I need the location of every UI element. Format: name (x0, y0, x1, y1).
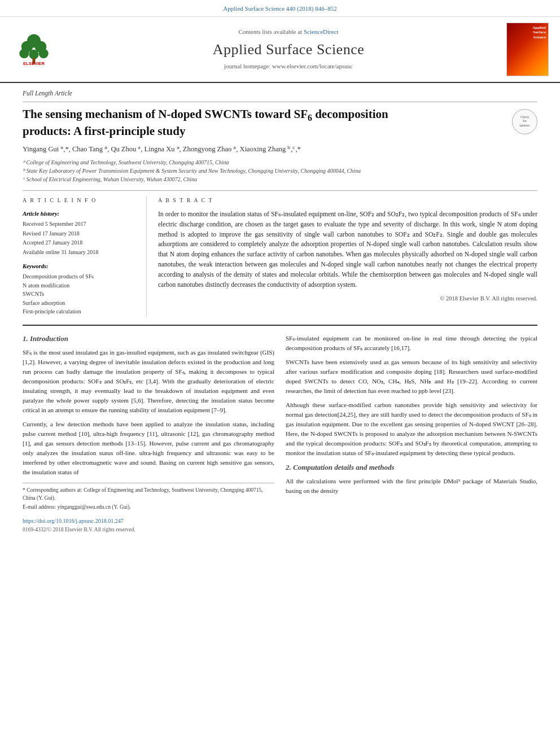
body-right-column: SF₆-insulated equipment can be monitored… (286, 334, 537, 534)
article-type-label: Full Length Article (23, 83, 537, 102)
footnote-section: * Corresponding authors at: College of E… (23, 483, 274, 534)
main-content: Full Length Article The sensing mechanis… (0, 83, 560, 545)
available-date: Available online 31 January 2018 (23, 248, 137, 257)
footnote-email: E-mail address: yinganggui@swu.edu.cn (Y… (23, 504, 274, 511)
doi-line: https://doi.org/10.1016/j.apsusc.2018.01… (23, 516, 274, 526)
article-info-heading: A R T I C L E I N F O (23, 196, 137, 205)
journal-cover-image: AppliedSurfaceScience (506, 23, 549, 76)
abstract-column: A B S T R A C T In order to monitor the … (158, 196, 537, 316)
section2-title: 2. Computation details and methods (286, 462, 537, 473)
keyword-5: First-principle calculation (23, 308, 137, 316)
affiliation-b: ᵇ State Key Laboratory of Power Transmis… (23, 167, 537, 175)
section1-para2: Currently, a few detection methods have … (23, 420, 274, 477)
cover-label: AppliedSurfaceScience (532, 25, 546, 40)
section1-para1: SF₆ is the most used insulated gas in ga… (23, 348, 274, 415)
keyword-3: SWCNTs (23, 290, 137, 299)
top-bar: Applied Surface Science 440 (2018) 846–8… (0, 0, 560, 17)
check-for-updates-badge: Check for updates (512, 109, 537, 134)
affiliations: ᵃ College of Engineering and Technology,… (23, 158, 537, 184)
section1-right-para3: Although these surface-modified carbon n… (286, 400, 537, 458)
journal-cover-area: AppliedSurfaceScience (498, 23, 549, 76)
section-divider (23, 325, 537, 326)
science-direct-line: Contents lists available at ScienceDirec… (79, 28, 498, 37)
abstract-text: In order to monitor the insulation statu… (158, 209, 537, 290)
affiliation-c: ᶜ School of Electrical Engineering, Wuha… (23, 175, 537, 184)
article-history-label: Article history: (23, 209, 137, 218)
copyright-line: © 2018 Elsevier B.V. All rights reserved… (158, 294, 537, 303)
body-content: 1. Introduction SF₆ is the most used ins… (23, 334, 537, 545)
abstract-heading: A B S T R A C T (158, 196, 537, 205)
article-title: The sensing mechanism of N-doped SWCNTs … (23, 107, 512, 139)
issn-line: 0169-4332/© 2018 Elsevier B.V. All right… (23, 526, 274, 534)
subscript-6: 6 (308, 113, 312, 123)
section2-para1: All the calculations were performed with… (286, 477, 537, 496)
keyword-1: Decomposition products of SF₆ (23, 273, 137, 281)
journal-header: ELSEVIER Contents lists available at Sci… (0, 17, 560, 83)
revised-date: Revised 17 January 2018 (23, 230, 137, 238)
journal-homepage: journal homepage: www.elsevier.com/locat… (79, 62, 498, 71)
svg-point-4 (29, 50, 38, 59)
science-direct-link[interactable]: ScienceDirect (304, 28, 339, 35)
svg-text:ELSEVIER: ELSEVIER (23, 62, 45, 67)
received-date: Received 5 September 2017 (23, 220, 137, 229)
journal-title: Applied Surface Science (79, 39, 498, 60)
publisher-logo-area: ELSEVIER (11, 32, 79, 66)
journal-reference-link[interactable]: Applied Surface Science 440 (2018) 846–8… (223, 5, 336, 12)
section1-right-para2: SWCNTs have been extensively used as gas… (286, 357, 537, 396)
article-info-column: A R T I C L E I N F O Article history: R… (23, 196, 147, 316)
elsevier-logo: ELSEVIER (11, 32, 79, 66)
body-left-column: 1. Introduction SF₆ is the most used ins… (23, 334, 274, 534)
accepted-date: Accepted 27 January 2018 (23, 239, 137, 247)
keywords-label: Keywords: (23, 262, 137, 270)
article-info-abstract-section: A R T I C L E I N F O Article history: R… (23, 190, 537, 316)
elsevier-tree-icon: ELSEVIER (11, 32, 56, 66)
journal-header-center: Contents lists available at ScienceDirec… (79, 28, 498, 72)
keyword-4: Surface adsorption (23, 299, 137, 308)
section1-title: 1. Introduction (23, 334, 274, 344)
doi-link[interactable]: https://doi.org/10.1016/j.apsusc.2018.01… (23, 518, 124, 524)
svg-point-3 (19, 49, 29, 58)
authors-line: Yingang Gui ᵃ,*, Chao Tang ᵃ, Qu Zhou ᵃ,… (23, 143, 537, 155)
keyword-2: N atom modification (23, 282, 137, 290)
article-title-row: The sensing mechanism of N-doped SWCNTs … (23, 107, 537, 139)
svg-point-5 (39, 49, 49, 58)
section1-right-para1: SF₆-insulated equipment can be monitored… (286, 334, 537, 353)
footnote-corresponding: * Corresponding authors at: College of E… (23, 487, 274, 502)
affiliation-a: ᵃ College of Engineering and Technology,… (23, 158, 537, 167)
